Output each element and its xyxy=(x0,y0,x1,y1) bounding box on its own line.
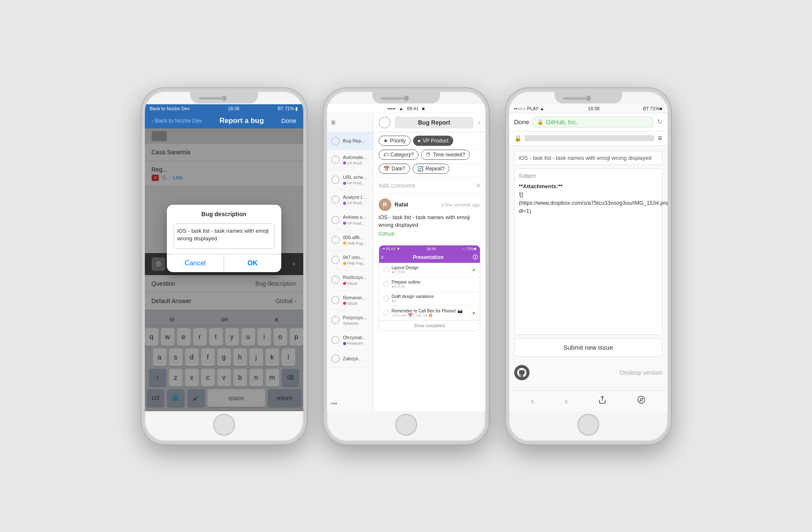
calendar-icon: 📅 xyxy=(383,166,390,172)
sidebar-item-remaner[interactable]: Remaner... SBLW xyxy=(327,290,373,310)
tag-label: VP Product xyxy=(423,138,448,144)
mini-task-ben: Remember to Call Ben for Photos! 📷 ⏱15 m… xyxy=(379,306,480,320)
home-button[interactable] xyxy=(395,414,417,436)
tag-date[interactable]: 📅 Date? xyxy=(379,164,410,174)
sidebar-item-sub: FinanceF... xyxy=(343,341,366,345)
mini-time: 18:34 xyxy=(426,247,436,251)
project-label: SBLW xyxy=(347,301,358,306)
sidebar-item-sub: Sylweste... xyxy=(343,321,367,326)
dialog-overlay: Bug description iOS - task list - task n… xyxy=(145,128,303,411)
ok-button[interactable]: OK xyxy=(224,254,281,272)
task-circle xyxy=(331,316,340,324)
sidebar-item-url[interactable]: URL sche... VP Prod... xyxy=(327,170,373,190)
project-dot xyxy=(343,302,346,305)
phone-3: ••○○○ PLAY ▲ 18:38 BT 71%■ Done 🔒 GitHub… xyxy=(506,88,671,444)
mini-phone-screenshot: •• PLAY ▼ 18:34 ☆ 72%■ ≡ Presentation ⓘ … xyxy=(379,245,480,331)
back-nav-button[interactable]: ‹ xyxy=(531,395,534,407)
list-icon: ≡ xyxy=(476,182,480,189)
sidebar-item-zalogo[interactable]: Założył... xyxy=(327,350,373,368)
repeat-icon: 🔄 xyxy=(417,166,424,172)
sidebar-footer: ••• xyxy=(327,396,373,411)
sidebar-item-sub: SBLW xyxy=(343,281,367,286)
mini-task-circle xyxy=(383,295,389,301)
body-text: **Attachments:** ![] (https://www.dropbo… xyxy=(519,182,658,215)
avatar: R xyxy=(379,198,391,211)
reload-icon[interactable]: ↻ xyxy=(657,118,662,126)
sidebar-item-sub: Help Pag... xyxy=(343,261,366,265)
lock-icon: 🔒 xyxy=(537,119,543,125)
home-button[interactable] xyxy=(577,414,599,436)
wifi-icon: ▲ xyxy=(399,106,404,111)
submit-button[interactable]: Submit new issue xyxy=(514,338,662,357)
project-dot xyxy=(343,182,346,185)
tag-repeat[interactable]: 🔄 Repeat? xyxy=(413,164,449,174)
sidebar-item-sub: VP Prod... xyxy=(343,221,366,226)
project-dot xyxy=(343,162,346,164)
menu-icon[interactable]: ≡ xyxy=(658,134,662,143)
task-circle xyxy=(331,236,340,244)
task-circle xyxy=(331,354,340,363)
tag-category[interactable]: 🏷 Category? xyxy=(379,150,418,160)
github-link[interactable]: Github xyxy=(379,231,480,237)
sidebar-item-automate[interactable]: Automate... VP Prod... xyxy=(327,150,373,170)
subject-field[interactable]: iOS - task list - task names with emoji … xyxy=(514,151,662,165)
sidebar-item-label: Automate... xyxy=(343,154,367,160)
back-label: Back to Nozbe Dev xyxy=(150,106,190,111)
mini-task-sub: ●2 ⏱8h xyxy=(392,270,469,274)
dialog-input[interactable]: iOS - task list - task names with emoji … xyxy=(174,223,274,249)
tag-vp-product[interactable]: ● VP Product xyxy=(413,136,453,146)
show-completed-button[interactable]: Show completed xyxy=(379,320,480,331)
sidebar-item-rozlicz[interactable]: Rozliczyo... SBLW xyxy=(327,270,373,290)
battery-level: 71% xyxy=(285,106,294,111)
status-bar: Back to Nozbe Dev 18:36 BT 71% ▮ xyxy=(145,104,303,113)
sidebar-item-label: Pożyczyo... xyxy=(343,315,367,320)
tag-row-2: 🏷 Category? ⏱ Time needed? xyxy=(374,150,485,164)
sidebar-item-ankieta[interactable]: Ankieta o... VP Prod... xyxy=(327,210,373,230)
tag-time[interactable]: ⏱ Time needed? xyxy=(421,150,470,160)
sidebar-item-label: Remaner... xyxy=(343,295,366,301)
sidebar-item-label: Analyze t... xyxy=(343,194,366,200)
message-item: R Rafał a few seconds ago iOS - task lis… xyxy=(374,194,485,242)
sidebar-item-005[interactable]: 005-affil... Help Pag... xyxy=(327,230,373,250)
star-empty-icon: ☆ xyxy=(472,282,476,287)
home-button[interactable] xyxy=(213,414,235,436)
sidebar-item-bug-report[interactable]: Bug Rep... xyxy=(327,133,373,150)
sidebar-item-sub: VP Prod... xyxy=(343,161,367,165)
comment-placeholder: Add comment xyxy=(379,182,415,189)
forward-nav-button[interactable]: › xyxy=(565,395,568,407)
mini-task-sub: ⏱15 min 📅7 Jan 18 🔥 xyxy=(392,313,469,318)
hamburger-icon: ≡ xyxy=(381,254,384,260)
sidebar-item-label: Założył... xyxy=(343,356,362,362)
done-button[interactable]: Done xyxy=(281,117,297,124)
sidebar-menu-icon[interactable]: ≡ xyxy=(327,113,373,133)
sidebar-item-label: 047-sho... xyxy=(343,254,366,260)
sidebar-item-label: URL sche... xyxy=(343,174,367,180)
url-display: 🔒 GitHub, Inc. xyxy=(532,117,653,128)
tag-priority[interactable]: ★ Priority xyxy=(379,136,410,146)
battery-icon: ▮ xyxy=(295,106,298,111)
sidebar-item-pozycz[interactable]: Pożyczyo... Sylweste... xyxy=(327,310,373,330)
tag-label: Date? xyxy=(392,166,405,172)
done-button[interactable]: Done xyxy=(514,118,529,125)
project-label: VP Prod... xyxy=(347,201,365,205)
compass-icon[interactable] xyxy=(637,396,646,406)
body-field[interactable]: Subject **Attachments:** ![] (https://ww… xyxy=(514,168,662,335)
bluetooth-icon: BT xyxy=(277,106,283,111)
tag-label: Priority xyxy=(390,138,406,144)
back-button[interactable]: ‹ Back to Nozbe Dev xyxy=(152,117,202,124)
star-icon: ★ xyxy=(472,311,476,315)
project-label: FinanceF... xyxy=(347,341,366,345)
sidebar-item-otrzym[interactable]: Otrzymat... FinanceF... xyxy=(327,330,373,350)
signal-carrier: ••○○○ PLAY ▲ xyxy=(514,106,545,111)
sidebar-item-analyze[interactable]: Analyze t... VP Prod... xyxy=(327,190,373,210)
project-dot xyxy=(343,222,346,225)
project-label: VP Prod... xyxy=(347,161,365,165)
desktop-version-link[interactable]: Desktop version xyxy=(620,369,662,376)
sidebar-item-label: Rozliczyo... xyxy=(343,274,367,280)
star-empty-icon: ☆ xyxy=(472,296,476,301)
sidebar-item-047[interactable]: 047-sho... Help Pag... xyxy=(327,250,373,270)
comment-area[interactable]: Add comment ≡ xyxy=(374,178,485,194)
share-button[interactable] xyxy=(598,396,607,406)
cancel-button[interactable]: Cancel xyxy=(167,254,224,272)
task-circle xyxy=(331,156,340,164)
